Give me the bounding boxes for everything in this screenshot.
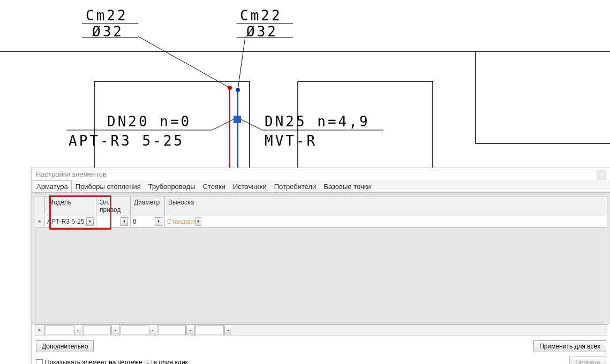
row-selector-icon[interactable]: ▸ — [35, 325, 45, 336]
svg-line-9 — [138, 36, 230, 88]
annotation-label: DN20 n=0 — [107, 113, 191, 130]
element-settings-dialog: Настройки элементов ✕ Арматура Приборы о… — [31, 168, 610, 364]
chevron-down-icon[interactable]: ⌄ — [145, 360, 152, 365]
annotation-label: Ø32 — [92, 24, 124, 40]
annotation-label: DN25 n=4,9 — [265, 113, 370, 130]
chevron-down-icon[interactable]: ▾ — [121, 217, 128, 226]
tab-risers[interactable]: Стояки — [199, 180, 229, 192]
svg-rect-8 — [234, 116, 241, 123]
chevron-down-icon[interactable]: ▾ — [195, 217, 201, 226]
col-diameter[interactable]: Диаметр — [131, 196, 165, 216]
col-model[interactable]: Модель — [45, 196, 96, 216]
tab-heating-devices[interactable]: Приборы отопления — [72, 180, 145, 192]
svg-line-10 — [238, 36, 245, 90]
filter-input[interactable] — [83, 325, 111, 335]
annotation-label: MVT-R — [265, 133, 317, 149]
filter-input[interactable] — [121, 325, 148, 335]
cell-drive[interactable]: ▾ — [96, 216, 131, 227]
tab-bar: Арматура Приборы отопления Трубопроводы … — [32, 180, 610, 193]
annotation-label: Cm22 — [240, 7, 282, 24]
one-click-label: в один клик — [154, 359, 188, 364]
chevron-down-icon[interactable]: ▾ — [155, 217, 162, 226]
table-row[interactable]: ▸ APT-R3 5-25▾ ▾ 0▾ Стандарт▾ — [35, 216, 607, 228]
filter-input[interactable] — [46, 325, 73, 335]
chevron-down-icon[interactable]: ⌄ — [111, 325, 119, 335]
annotation-label: APT-R3 5-25 — [69, 133, 184, 149]
button-bar: Дополнительно Применить для всех — [32, 338, 610, 354]
data-grid: Модель Эл. привод Диаметр Выноска ▸ APT-… — [32, 193, 610, 324]
apply-all-button[interactable]: Применить для всех — [533, 340, 606, 352]
dialog-title: Настройки элементов ✕ — [32, 168, 610, 180]
filter-input[interactable] — [158, 325, 186, 335]
cell-model[interactable]: APT-R3 5-25▾ — [45, 216, 96, 227]
filter-row: ▸ ⌄ ⌄ ⌄ ⌄ ⌄ — [35, 324, 607, 336]
col-drive[interactable]: Эл. привод — [96, 196, 131, 216]
chevron-down-icon[interactable]: ⌄ — [149, 325, 156, 335]
row-selector-icon[interactable]: ▸ — [35, 216, 45, 227]
tab-fittings[interactable]: Арматура — [33, 180, 72, 192]
cell-diameter[interactable]: 0▾ — [131, 216, 165, 227]
cell-callout[interactable]: Стандарт▾ — [165, 216, 204, 227]
svg-line-16 — [241, 119, 262, 130]
annotation-label: Cm22 — [86, 7, 128, 24]
more-button[interactable]: Дополнительно — [36, 340, 94, 352]
tab-pipes[interactable]: Трубопроводы — [145, 180, 199, 192]
grid-header-row: Модель Эл. привод Диаметр Выноска — [35, 196, 607, 216]
tab-consumers[interactable]: Потребители — [270, 180, 320, 192]
tab-base-points[interactable]: Базовые точки — [320, 180, 374, 192]
col-callout[interactable]: Выноска — [165, 196, 204, 216]
checkbox-label: Показывать элемент на чертеже — [45, 359, 142, 364]
show-on-drawing-checkbox[interactable] — [36, 359, 43, 365]
footer-row: Показывать элемент на чертеже ⌄ в один к… — [32, 354, 610, 364]
close-icon[interactable]: ✕ — [597, 170, 606, 180]
chevron-down-icon[interactable]: ▾ — [86, 217, 94, 226]
chevron-down-icon[interactable]: ⌄ — [74, 325, 81, 335]
accept-button[interactable]: Принять — [569, 357, 606, 364]
tab-sources[interactable]: Источники — [229, 180, 270, 192]
annotation-label: Ø32 — [246, 24, 278, 40]
chevron-down-icon[interactable]: ⌄ — [186, 325, 194, 335]
filter-input[interactable] — [195, 325, 224, 335]
chevron-down-icon[interactable]: ⌄ — [224, 325, 232, 335]
